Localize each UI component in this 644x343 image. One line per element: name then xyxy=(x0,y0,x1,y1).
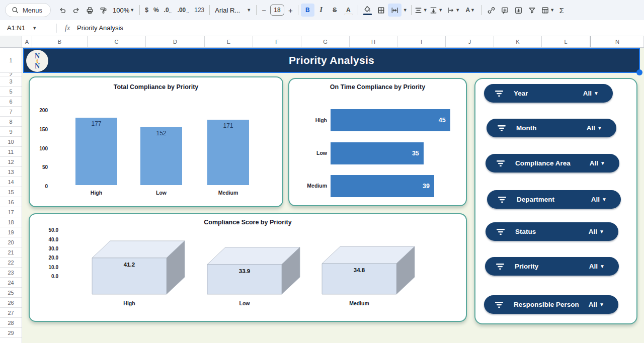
row-header-27[interactable]: 27 xyxy=(0,308,22,318)
more-formats-button[interactable]: 123 xyxy=(192,4,207,17)
row-header-3[interactable]: 3 xyxy=(0,76,22,87)
row-header-5[interactable]: 5 xyxy=(0,87,22,97)
row-header-17[interactable]: 17 xyxy=(0,207,22,217)
italic-button[interactable]: I xyxy=(314,4,328,17)
undo-button[interactable] xyxy=(56,4,69,17)
borders-button[interactable] xyxy=(374,4,388,17)
row-header-28[interactable]: 28 xyxy=(0,318,22,328)
font-size-input[interactable]: 18 xyxy=(270,5,284,16)
column-header-G[interactable]: G xyxy=(301,36,350,47)
bar-high: 45 xyxy=(331,109,450,131)
filter-value: All xyxy=(583,90,592,97)
filter-value: All xyxy=(589,263,598,270)
chart-total-compliance[interactable]: Total Compliance by Priority 200 150 100… xyxy=(29,76,283,207)
title-banner-cell[interactable]: Priority Analysis N t N xyxy=(23,48,640,73)
sheet-grid[interactable]: Priority Analysis N t N Total Compliance… xyxy=(22,48,644,343)
row-header-24[interactable]: 24 xyxy=(0,278,22,288)
merge-cells-dropdown[interactable]: ▼ xyxy=(401,4,409,17)
column-header-A[interactable]: A xyxy=(22,36,32,47)
chart-compliance-score[interactable]: Compliance Score by Priority 50.0 40.0 3… xyxy=(29,213,467,322)
name-box[interactable]: A1:N1 ▼ xyxy=(0,24,56,32)
font-family-control[interactable]: Arial R...▼ xyxy=(212,4,254,17)
arrow-right-icon: → xyxy=(185,10,189,14)
redo-button[interactable] xyxy=(69,4,83,17)
filter-department[interactable]: Department All▼ xyxy=(487,190,621,209)
row-header-21[interactable]: 21 xyxy=(0,247,22,258)
filter-compliance-area[interactable]: Compliance Area All▼ xyxy=(486,154,619,173)
insert-comment-button[interactable] xyxy=(498,4,512,17)
row-header-19[interactable]: 19 xyxy=(0,227,22,237)
merge-cells-button[interactable] xyxy=(388,4,401,17)
row-header-18[interactable]: 18 xyxy=(0,217,22,227)
chart-icon xyxy=(514,6,523,15)
column-header-J[interactable]: J xyxy=(446,36,494,47)
filter-status[interactable]: Status All▼ xyxy=(486,222,618,241)
select-all-corner[interactable] xyxy=(0,36,22,47)
strikethrough-button[interactable]: S xyxy=(328,4,342,17)
filter-year[interactable]: Year All▼ xyxy=(484,84,613,103)
column-header-K[interactable]: K xyxy=(494,36,542,47)
filter-priority[interactable]: Priority All▼ xyxy=(485,257,619,276)
column-header-L[interactable]: L xyxy=(542,36,590,47)
functions-button[interactable]: Σ xyxy=(557,4,567,17)
insert-link-button[interactable] xyxy=(485,4,498,17)
row-header-7[interactable]: 7 xyxy=(0,107,22,117)
row-header-9[interactable]: 9 xyxy=(0,127,22,137)
menus-search[interactable]: Menus xyxy=(5,3,51,17)
row-header-15[interactable]: 15 xyxy=(0,187,22,197)
text-wrap-button[interactable]: ▼ xyxy=(445,4,462,17)
increase-font-size-button[interactable]: + xyxy=(286,4,295,17)
column-header-C[interactable]: C xyxy=(88,36,146,47)
decrease-font-size-button[interactable]: − xyxy=(259,4,269,17)
row-header-29[interactable]: 29 xyxy=(0,328,22,338)
row-header-23[interactable]: 23 xyxy=(0,268,22,278)
filter-lines-icon xyxy=(494,90,504,97)
row-header-16[interactable]: 16 xyxy=(0,197,22,207)
filter-value: All xyxy=(587,124,595,132)
column-header-N[interactable]: N xyxy=(590,36,644,47)
row-header-1[interactable]: 1 xyxy=(0,48,22,73)
company-logo[interactable]: N t N xyxy=(26,50,48,72)
format-currency-button[interactable]: $ xyxy=(142,4,151,17)
selection-handle[interactable] xyxy=(636,69,642,75)
row-header-10[interactable]: 10 xyxy=(0,137,22,147)
text-color-button[interactable]: A xyxy=(342,4,355,17)
insert-chart-button[interactable] xyxy=(512,4,525,17)
column-header-F[interactable]: F xyxy=(253,36,301,47)
column-header-I[interactable]: I xyxy=(397,36,446,47)
row-header-6[interactable]: 6 xyxy=(0,97,22,107)
row-header-2[interactable]: 2 xyxy=(0,73,22,76)
row-header-22[interactable]: 22 xyxy=(0,258,22,268)
row-header-25[interactable]: 25 xyxy=(0,288,22,298)
bold-button[interactable]: B xyxy=(301,4,314,17)
chart-on-time-compliance[interactable]: On Time Compliance by Priority High Low … xyxy=(288,78,467,206)
row-header-20[interactable]: 20 xyxy=(0,237,22,247)
row-header-12[interactable]: 12 xyxy=(0,157,22,167)
create-filter-button[interactable] xyxy=(525,4,539,17)
column-header-B[interactable]: B xyxy=(32,36,88,47)
text-rotation-button[interactable]: A▼ xyxy=(462,4,479,17)
column-header-D[interactable]: D xyxy=(146,36,205,47)
zoom-control[interactable]: 100%▼ xyxy=(110,4,137,17)
print-button[interactable] xyxy=(83,4,97,17)
decrease-decimal-button[interactable]: .0← xyxy=(162,4,175,17)
column-header-H[interactable]: H xyxy=(350,36,397,47)
increase-decimal-button[interactable]: .00→ xyxy=(175,4,192,17)
format-percent-button[interactable]: % xyxy=(151,4,162,17)
column-header-E[interactable]: E xyxy=(205,36,253,47)
vertical-align-button[interactable]: ▼ xyxy=(428,4,445,17)
row-header-14[interactable]: 14 xyxy=(0,177,22,187)
filter-panel: Year All▼ Month All▼ Compliance Area All… xyxy=(474,78,637,324)
filter-month[interactable]: Month All▼ xyxy=(487,119,616,137)
fill-color-button[interactable] xyxy=(361,4,374,17)
x-category: Low xyxy=(140,190,182,196)
row-header-8[interactable]: 8 xyxy=(0,117,22,127)
filter-responsible-person[interactable]: Responsible Person All▼ xyxy=(484,295,618,314)
horizontal-align-button[interactable]: ▼ xyxy=(414,4,428,17)
row-header-13[interactable]: 13 xyxy=(0,167,22,177)
row-header-11[interactable]: 11 xyxy=(0,147,22,157)
row-header-26[interactable]: 26 xyxy=(0,298,22,308)
paint-format-button[interactable] xyxy=(97,4,110,17)
table-views-button[interactable]: ▼ xyxy=(539,4,557,17)
formula-input[interactable]: Priority Analysis xyxy=(77,24,123,32)
